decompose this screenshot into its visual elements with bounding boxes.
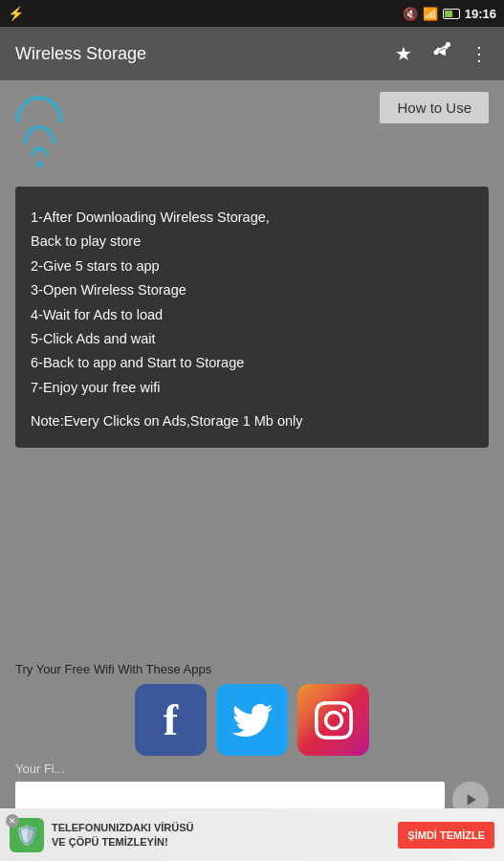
instruction-line3: 2-Give 5 stars to app <box>31 258 160 274</box>
instruction-line2: Back to play store <box>31 233 141 249</box>
status-bar-right: 🔇 📶 19:16 <box>403 7 496 21</box>
ad-text: TELEFONUNIZDAKI VİRÜSÜ VE ÇÖPÜ TEMİZLEYİ… <box>52 821 390 849</box>
mute-icon: 🔇 <box>403 7 418 21</box>
app-icons-row: f <box>15 684 489 756</box>
wifi-symbol <box>15 92 63 167</box>
status-bar: ⚡ 🔇 📶 19:16 <box>0 0 504 27</box>
bottom-section: Try Your Free Wifi With These Apps f <box>0 662 504 756</box>
your-file-label: Your Fi... <box>15 762 489 776</box>
more-options-icon[interactable]: ⋮ <box>470 42 489 65</box>
wifi-how-row: How to Use <box>15 92 489 167</box>
facebook-app-icon[interactable]: f <box>135 684 207 756</box>
battery-icon <box>443 9 460 19</box>
twitter-icon <box>216 684 288 756</box>
toolbar-icons: ★ ⋮ <box>395 42 489 66</box>
ad-banner: ✕ 🛡️ TELEFONUNIZDAKI VİRÜSÜ VE ÇÖPÜ TEMİ… <box>0 808 504 861</box>
instruction-line7: 6-Back to app and Start to Storage <box>31 355 244 370</box>
star-icon[interactable]: ★ <box>395 42 412 65</box>
wifi-arc-small <box>31 146 48 156</box>
wifi-status-icon: 📶 <box>423 7 438 21</box>
try-wifi-text: Try Your Free Wifi With These Apps <box>15 662 489 676</box>
app-title: Wireless Storage <box>15 44 146 64</box>
usb-icon: ⚡ <box>8 6 24 21</box>
instagram-app-icon[interactable] <box>297 684 369 756</box>
status-bar-left: ⚡ <box>8 6 24 21</box>
wifi-arc-large <box>15 96 63 122</box>
instruction-box: 1-After Downloading Wireless Storage, Ba… <box>15 187 489 448</box>
wifi-dot <box>36 161 43 167</box>
instruction-line1: 1-After Downloading Wireless Storage, <box>31 210 270 225</box>
ad-cta-button[interactable]: ŞİMDİ TEMİZLE <box>398 822 494 849</box>
ad-app-icon: ✕ 🛡️ <box>10 818 44 852</box>
instruction-line6: 5-Click Ads and wait <box>31 331 156 346</box>
app-toolbar: Wireless Storage ★ ⋮ <box>0 27 504 80</box>
camera-icon <box>297 684 369 756</box>
wifi-arc-medium <box>23 125 55 144</box>
main-content: How to Use 1-After Downloading Wireless … <box>0 80 504 756</box>
ad-close-button[interactable]: ✕ <box>6 814 19 828</box>
instruction-note: Note:Every Clicks on Ads,Storage 1 Mb on… <box>31 413 473 429</box>
instruction-line4: 3-Open Wireless Storage <box>31 282 186 298</box>
instruction-line5: 4-Wait for Ads to load <box>31 307 163 322</box>
status-time: 19:16 <box>465 7 496 21</box>
how-to-use-button[interactable]: How to Use <box>380 92 489 123</box>
instruction-line8: 7-Enjoy your free wifi <box>31 380 160 395</box>
share-icon[interactable] <box>431 42 450 66</box>
instruction-text: 1-After Downloading Wireless Storage, Ba… <box>31 206 473 400</box>
facebook-icon: f <box>135 684 207 756</box>
twitter-app-icon[interactable] <box>216 684 288 756</box>
